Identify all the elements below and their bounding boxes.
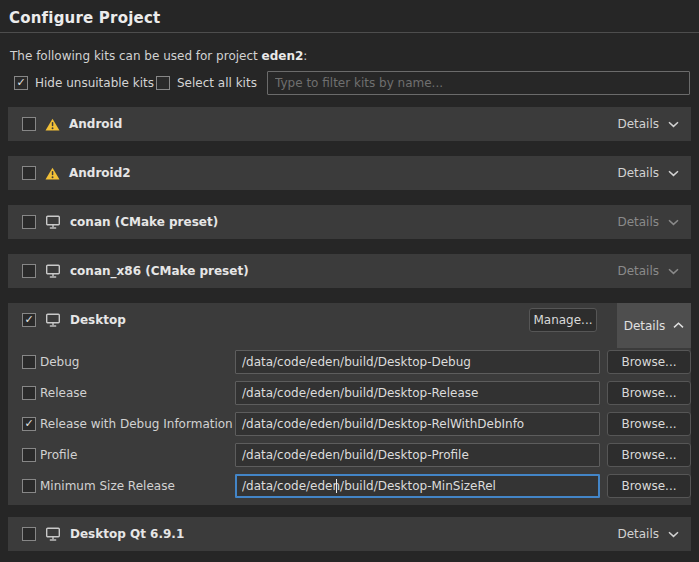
chevron-down-icon bbox=[668, 531, 679, 538]
kits-subtitle: The following kits can be used for proje… bbox=[10, 49, 307, 63]
details-toggle[interactable]: Details bbox=[617, 215, 679, 229]
warning-icon bbox=[45, 167, 60, 180]
check-icon: ✓ bbox=[16, 77, 25, 88]
warning-icon bbox=[45, 118, 60, 131]
build-config-row-profile: Profile Browse... bbox=[8, 443, 691, 467]
config-path-field bbox=[235, 350, 600, 374]
chevron-down-icon bbox=[668, 170, 679, 177]
config-path-field bbox=[235, 381, 600, 405]
config-checkbox[interactable]: ✓ bbox=[22, 417, 36, 431]
kit-name: Android2 bbox=[69, 166, 131, 180]
select-all-kits-control: Select all kits bbox=[156, 76, 257, 90]
chevron-down-icon bbox=[668, 219, 679, 226]
chevron-down-icon bbox=[668, 121, 679, 128]
config-label: Minimum Size Release bbox=[40, 479, 175, 493]
build-config-row-relwithdebinfo: ✓ Release with Debug Information Browse.… bbox=[8, 412, 691, 436]
build-config-row-debug: Debug Browse... bbox=[8, 350, 691, 374]
page-title: Configure Project bbox=[9, 9, 160, 27]
kit-row-android: Android Details bbox=[8, 107, 691, 141]
config-label: Release with Debug Information bbox=[40, 417, 233, 431]
config-path-field bbox=[235, 412, 600, 436]
subtitle-colon: : bbox=[303, 49, 307, 63]
kit-checkbox[interactable]: ✓ bbox=[22, 313, 36, 327]
chevron-up-icon bbox=[673, 322, 684, 329]
kit-name: conan_x86 (CMake preset) bbox=[70, 264, 249, 278]
details-toggle-expanded[interactable]: Details bbox=[617, 303, 691, 348]
chevron-down-icon bbox=[668, 268, 679, 275]
browse-button[interactable]: Browse... bbox=[607, 443, 691, 467]
desktop-icon bbox=[45, 527, 61, 541]
check-icon: ✓ bbox=[24, 314, 33, 325]
kit-row-android2: Android2 Details bbox=[8, 156, 691, 190]
kit-checkbox[interactable] bbox=[22, 166, 36, 180]
build-dir-input[interactable] bbox=[235, 412, 600, 436]
browse-button[interactable]: Browse... bbox=[607, 350, 691, 374]
details-label: Details bbox=[617, 117, 659, 131]
config-checkbox[interactable] bbox=[22, 448, 36, 462]
kit-checkbox[interactable] bbox=[22, 117, 36, 131]
project-name: eden2 bbox=[262, 49, 304, 63]
subtitle-text: The following kits can be used for proje… bbox=[10, 49, 262, 63]
config-label: Release bbox=[40, 386, 87, 400]
kit-header: conan_x86 (CMake preset) Details bbox=[8, 254, 691, 288]
details-label: Details bbox=[624, 319, 666, 333]
config-path-field bbox=[235, 443, 600, 467]
config-checkbox[interactable] bbox=[22, 355, 36, 369]
kit-row-conan-x86: conan_x86 (CMake preset) Details bbox=[8, 254, 691, 288]
kit-header: Android Details bbox=[8, 107, 691, 141]
build-dir-input[interactable] bbox=[235, 381, 600, 405]
select-all-checkbox[interactable] bbox=[156, 76, 170, 90]
build-dir-input[interactable] bbox=[235, 350, 600, 374]
config-path-field bbox=[235, 474, 600, 498]
desktop-icon bbox=[45, 215, 61, 229]
config-label: Debug bbox=[40, 355, 79, 369]
build-config-row-minsizerel: Minimum Size Release Browse... bbox=[8, 474, 691, 498]
details-label: Details bbox=[617, 215, 659, 229]
kit-row-desktop: ✓ Desktop Manage... Details Debug Browse… bbox=[8, 303, 691, 505]
kit-filter-input[interactable] bbox=[267, 71, 690, 95]
kit-header: Desktop Qt 6.9.1 Details bbox=[8, 517, 691, 551]
config-checkbox[interactable] bbox=[22, 386, 36, 400]
details-toggle[interactable]: Details bbox=[617, 527, 679, 541]
text-caret bbox=[336, 479, 337, 493]
config-label: Profile bbox=[40, 448, 77, 462]
kit-checkbox[interactable] bbox=[22, 527, 36, 541]
hide-unsuitable-kits-control: ✓ Hide unsuitable kits bbox=[14, 76, 154, 90]
manage-kits-button[interactable]: Manage... bbox=[529, 308, 597, 332]
details-label: Details bbox=[617, 264, 659, 278]
kit-name: Desktop Qt 6.9.1 bbox=[70, 527, 184, 541]
desktop-icon bbox=[45, 264, 61, 278]
hide-unsuitable-label: Hide unsuitable kits bbox=[35, 76, 154, 90]
build-config-row-release: Release Browse... bbox=[8, 381, 691, 405]
build-dir-input-focused[interactable] bbox=[235, 474, 600, 498]
details-toggle[interactable]: Details bbox=[617, 264, 679, 278]
details-toggle[interactable]: Details bbox=[617, 166, 679, 180]
select-all-label: Select all kits bbox=[177, 76, 257, 90]
browse-button[interactable]: Browse... bbox=[607, 412, 691, 436]
check-icon: ✓ bbox=[24, 418, 33, 429]
desktop-icon bbox=[45, 313, 61, 327]
hide-unsuitable-checkbox[interactable]: ✓ bbox=[14, 76, 28, 90]
kit-checkbox[interactable] bbox=[22, 215, 36, 229]
kit-name: Desktop bbox=[70, 313, 126, 327]
kit-checkbox[interactable] bbox=[22, 264, 36, 278]
browse-button[interactable]: Browse... bbox=[607, 474, 691, 498]
config-checkbox[interactable] bbox=[22, 479, 36, 493]
title-separator bbox=[0, 32, 699, 33]
details-toggle[interactable]: Details bbox=[617, 117, 679, 131]
kit-name: Android bbox=[69, 117, 122, 131]
kit-row-desktop-qt: Desktop Qt 6.9.1 Details bbox=[8, 517, 691, 551]
kit-name: conan (CMake preset) bbox=[70, 215, 218, 229]
details-label: Details bbox=[617, 527, 659, 541]
kit-header: Android2 Details bbox=[8, 156, 691, 190]
kit-row-conan: conan (CMake preset) Details bbox=[8, 205, 691, 239]
kit-header: conan (CMake preset) Details bbox=[8, 205, 691, 239]
browse-button[interactable]: Browse... bbox=[607, 381, 691, 405]
build-dir-input[interactable] bbox=[235, 443, 600, 467]
details-label: Details bbox=[617, 166, 659, 180]
